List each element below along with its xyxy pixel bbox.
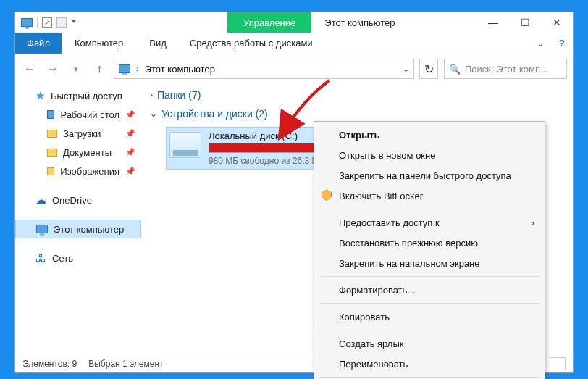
folder-icon: [47, 149, 57, 157]
group-folders[interactable]: › Папки (7): [150, 89, 564, 101]
menu-item-give-access[interactable]: Предоставить доступ к›: [314, 212, 545, 233]
menu-item-label: Форматировать...: [339, 285, 415, 296]
sidebar-label: Изображения: [60, 166, 119, 177]
status-selection: Выбран 1 элемент: [88, 359, 163, 369]
pin-icon: 📌: [125, 148, 141, 157]
sidebar-item-pictures[interactable]: Изображения 📌: [15, 162, 141, 180]
sidebar-item-onedrive[interactable]: ☁ OneDrive: [15, 191, 141, 209]
sidebar-label: OneDrive: [52, 195, 92, 206]
tab-file[interactable]: Файл: [15, 33, 62, 54]
folder-icon: [47, 130, 57, 138]
context-menu: Открыть Открыть в новом окне Закрепить н…: [314, 121, 545, 379]
menu-item-label: Восстановить прежнюю версию: [339, 238, 478, 249]
menu-separator: [320, 276, 539, 277]
pin-icon: 📌: [125, 167, 141, 176]
address-bar[interactable]: › Этот компьютер ⌄: [114, 59, 414, 79]
sidebar-item-quick-access[interactable]: ★ Быстрый доступ: [15, 86, 141, 105]
menu-item-create-shortcut[interactable]: Создать ярлык: [314, 333, 545, 354]
pin-icon: 📌: [125, 110, 141, 120]
group-devices[interactable]: ⌄ Устройства и диски (2): [150, 108, 564, 120]
sidebar-item-downloads[interactable]: Загрузки 📌: [15, 124, 141, 143]
cloud-icon: ☁: [35, 193, 46, 207]
status-item-count: Элементов: 9: [22, 359, 77, 369]
menu-item-copy[interactable]: Копировать: [314, 307, 545, 327]
window-title: Этот компьютер: [311, 12, 477, 33]
chevron-down-icon: ⌄: [150, 109, 157, 119]
menu-separator: [320, 303, 539, 304]
star-icon: ★: [35, 89, 45, 102]
quick-access-toolbar: ✓: [15, 12, 83, 33]
sidebar-item-desktop[interactable]: Рабочий стол 📌: [15, 105, 141, 124]
nav-back-button[interactable]: ←: [21, 60, 38, 78]
group-label: Папки (7): [157, 89, 201, 101]
close-button[interactable]: ✕: [541, 12, 573, 33]
menu-item-label: Открыть: [339, 130, 379, 141]
menu-separator: [320, 330, 539, 330]
minimize-button[interactable]: —: [477, 12, 509, 33]
sidebar-item-documents[interactable]: Документы 📌: [15, 143, 141, 162]
window-controls: — ☐ ✕: [477, 12, 573, 33]
address-location[interactable]: Этот компьютер: [145, 64, 215, 75]
menu-item-open[interactable]: Открыть: [314, 125, 545, 145]
shield-icon: [320, 189, 333, 202]
qat-properties-checked[interactable]: ✓: [42, 17, 52, 28]
menu-separator: [320, 209, 539, 209]
menu-item-open-new-window[interactable]: Открыть в новом окне: [314, 145, 545, 165]
tab-computer[interactable]: Компьютер: [62, 33, 136, 54]
sidebar-item-this-pc[interactable]: Этот компьютер: [15, 220, 141, 238]
ribbon-tabs: Файл Компьютер Вид Средства работы с дис…: [15, 33, 573, 54]
network-icon: 🖧: [35, 252, 46, 265]
folder-icon: [47, 167, 54, 175]
maximize-button[interactable]: ☐: [509, 12, 541, 33]
menu-item-label: Предоставить доступ к: [339, 217, 440, 228]
drive-icon: [169, 132, 201, 158]
pc-icon: [36, 225, 48, 233]
pin-icon: 📌: [125, 129, 141, 138]
menu-item-label: Переименовать: [339, 359, 408, 370]
sidebar-item-network[interactable]: 🖧 Сеть: [15, 249, 141, 267]
sidebar-label: Сеть: [52, 253, 73, 264]
menu-item-pin-start[interactable]: Закрепить на начальном экране: [314, 253, 545, 273]
nav-forward-button[interactable]: →: [44, 60, 62, 78]
address-icon: [119, 64, 130, 73]
address-dropdown[interactable]: ⌄: [403, 64, 409, 74]
menu-separator: [320, 377, 539, 378]
sidebar-label: Рабочий стол: [60, 109, 119, 120]
menu-item-restore-previous[interactable]: Восстановить прежнюю версию: [314, 233, 545, 253]
ribbon-contextual-manage[interactable]: Управление: [227, 12, 311, 33]
menu-item-label: Копировать: [339, 312, 390, 322]
nav-pane: ★ Быстрый доступ Рабочий стол 📌 Загрузки…: [15, 83, 141, 354]
menu-item-pin-quick-access[interactable]: Закрепить на панели быстрого доступа: [314, 165, 545, 186]
help-button[interactable]: ?: [551, 33, 573, 54]
tab-view[interactable]: Вид: [136, 33, 180, 54]
refresh-button[interactable]: ↻: [419, 59, 438, 79]
title-bar: ✓ Управление Этот компьютер — ☐ ✕: [15, 12, 573, 33]
app-icon: [21, 18, 33, 27]
tab-drive-tools[interactable]: Средства работы с дисками: [180, 33, 323, 54]
nav-up-button[interactable]: ↑: [91, 60, 108, 78]
menu-item-format[interactable]: Форматировать...: [314, 280, 545, 300]
nav-bar: ← → ▾ ↑ › Этот компьютер ⌄ ↻ 🔍 Поиск: Эт…: [15, 54, 573, 83]
menu-item-rename[interactable]: Переименовать: [314, 354, 545, 374]
menu-item-bitlocker[interactable]: Включить BitLocker: [314, 186, 545, 206]
qat-separator: [37, 17, 38, 28]
chevron-right-icon: ›: [150, 90, 153, 100]
menu-item-label: Закрепить на начальном экране: [339, 258, 480, 269]
sidebar-label: Быстрый доступ: [51, 91, 122, 101]
sidebar-label: Документы: [63, 147, 112, 158]
sidebar-label: Этот компьютер: [54, 224, 124, 235]
search-icon: 🔍: [449, 64, 461, 75]
menu-item-label: Создать ярлык: [339, 338, 403, 349]
menu-item-label: Включить BitLocker: [339, 191, 423, 201]
search-box[interactable]: 🔍 Поиск: Этот комп...: [444, 59, 567, 79]
view-large-icons-button[interactable]: [550, 357, 566, 370]
qat-customize-dropdown[interactable]: [71, 20, 77, 25]
qat-new-folder-icon[interactable]: [56, 17, 67, 28]
submenu-arrow-icon: ›: [532, 217, 534, 228]
group-label: Устройства и диски (2): [161, 108, 268, 120]
address-crumb-chevron[interactable]: ›: [136, 64, 139, 73]
menu-item-label: Открыть в новом окне: [339, 150, 435, 161]
nav-recent-dropdown[interactable]: ▾: [67, 60, 85, 78]
menu-item-label: Закрепить на панели быстрого доступа: [339, 170, 511, 181]
ribbon-expand-button[interactable]: ⌄: [529, 33, 551, 54]
